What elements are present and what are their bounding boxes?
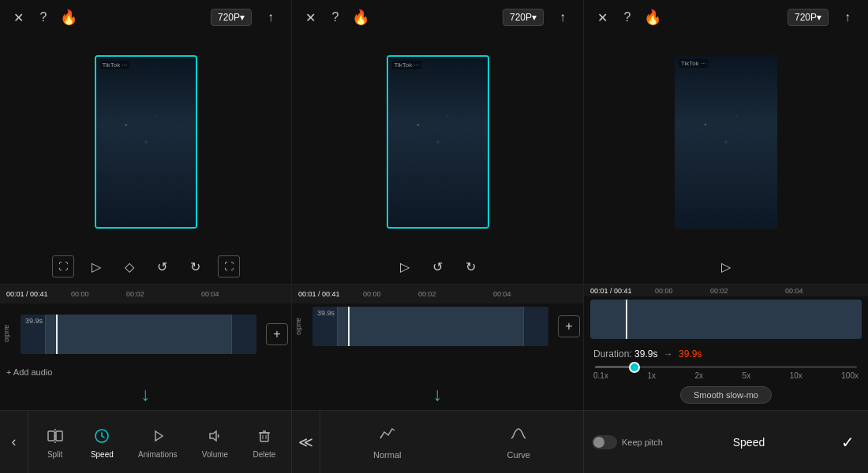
left-track-area: audio 39.9s + — [0, 304, 291, 364]
tool-volume[interactable]: Volume — [196, 422, 234, 462]
close-icon-right[interactable]: ✕ — [593, 9, 611, 26]
keep-pitch-label: Keep pitch — [622, 438, 663, 447]
duration-info: Duration: 39.9s → 39.9s — [593, 348, 859, 359]
diamond-btn-left[interactable]: ◇ — [118, 255, 140, 277]
expand-btn-left[interactable]: ⛶ — [218, 255, 240, 277]
play-btn-middle[interactable]: ▷ — [394, 255, 416, 277]
resolution-btn-middle[interactable]: 720P▾ — [503, 9, 544, 26]
tool-speed[interactable]: Speed — [84, 422, 120, 462]
redo-btn-middle[interactable]: ↻ — [460, 255, 482, 277]
tool-split[interactable]: Split — [38, 422, 73, 462]
add-audio-btn[interactable]: + Add audio — [0, 364, 291, 380]
animations-label: Animations — [138, 450, 177, 459]
upload-btn-right[interactable]: ↑ — [836, 6, 859, 28]
panel-middle: ✕ ? 🔥 720P▾ ↑ TikTok ··· Forever ▷ ↺ ↻ — [292, 0, 584, 284]
audio-label-left: audio — [0, 325, 14, 342]
toolbar-middle: ≪ Normal Curve — [292, 411, 584, 473]
middle-add-clip-btn[interactable]: + — [558, 315, 580, 337]
flame-icon-left: 🔥 — [60, 9, 77, 26]
left-controls-bar: ⛶ ▷ ◇ ↺ ↻ ⛶ — [0, 249, 291, 284]
play-btn-right[interactable]: ▷ — [715, 255, 737, 277]
fullscreen-btn-left[interactable]: ⛶ — [52, 255, 74, 277]
close-icon-middle[interactable]: ✕ — [301, 9, 319, 26]
right-track-wrapper — [584, 300, 868, 339]
timeline-left: 00:01 / 00:41 00:00 00:02 00:04 audio 39… — [0, 285, 292, 410]
left-timeline-cursor — [56, 315, 58, 354]
speed-icon — [91, 425, 113, 447]
speed-slider-track[interactable] — [595, 366, 857, 368]
collapse-btn[interactable]: ≪ — [292, 411, 320, 473]
volume-icon — [204, 425, 226, 447]
middle-video-track[interactable]: 39.9s — [312, 307, 548, 346]
left-track-thumb-end — [231, 315, 256, 354]
left-arrow-indicator: ↓ — [0, 380, 291, 410]
left-video-frame: TikTok ··· Forever — [95, 55, 197, 229]
duration-label: Duration: — [593, 348, 632, 359]
left-video-track[interactable]: 39.9s — [21, 315, 256, 354]
volume-label: Volume — [202, 450, 228, 459]
help-icon-right[interactable]: ? — [619, 9, 636, 26]
speed-slider-container[interactable]: 0.1x 1x 2x 5x 10x 100x — [593, 366, 859, 380]
tool-animations[interactable]: Animations — [132, 422, 183, 462]
middle-speed-tabs: Normal Curve — [320, 421, 583, 463]
duration-arrow-icon: → — [664, 348, 675, 359]
speed-label-1: 1x — [647, 371, 656, 380]
tiktok-watermark-right: TikTok ··· — [679, 59, 709, 68]
tiktok-watermark-left: TikTok ··· — [100, 61, 130, 69]
left-track-wrapper: 39.9s + — [14, 315, 291, 354]
svg-marker-5 — [210, 431, 216, 441]
confirm-btn[interactable]: ✓ — [835, 430, 860, 455]
normal-tab-icon — [378, 424, 397, 447]
close-icon-left[interactable]: ✕ — [9, 9, 27, 26]
redo-btn-left[interactable]: ↻ — [185, 255, 207, 277]
right-ruler-4: 00:04 — [785, 287, 803, 295]
delete-label: Delete — [253, 450, 275, 459]
svg-rect-6 — [260, 433, 268, 441]
left-panel-header: ✕ ? 🔥 720P▾ ↑ — [0, 0, 291, 35]
upload-btn-left[interactable]: ↑ — [260, 6, 282, 28]
smooth-slow-mo-btn[interactable]: Smooth slow-mo — [680, 386, 772, 404]
speed-labels: 0.1x 1x 2x 5x 10x 100x — [593, 371, 859, 380]
keep-pitch-toggle-btn[interactable] — [592, 435, 617, 449]
right-controls-bar: ▷ — [584, 249, 868, 284]
undo-btn-left[interactable]: ↺ — [152, 255, 174, 277]
help-icon-left[interactable]: ? — [35, 9, 52, 26]
resolution-btn-right[interactable]: 720P▾ — [788, 9, 829, 26]
left-track-duration: 39.9s — [25, 317, 43, 325]
left-ruler-0: 00:00 — [71, 290, 89, 298]
undo-btn-middle[interactable]: ↺ — [427, 255, 449, 277]
bottom-toolbar: ‹ Split Speed — [0, 410, 868, 473]
middle-track-thumb-end — [523, 307, 548, 346]
speed-label-2: 2x — [695, 371, 704, 380]
right-time-current: 00:01 / 00:41 — [590, 287, 632, 295]
left-add-clip-btn[interactable]: + — [266, 323, 288, 345]
middle-ruler: 00:01 / 00:41 00:00 00:02 00:04 — [292, 285, 583, 304]
delete-icon — [253, 425, 275, 447]
animations-icon — [147, 425, 169, 447]
tab-normal[interactable]: Normal — [357, 421, 417, 463]
left-ruler: 00:01 / 00:41 00:00 00:02 00:04 — [0, 285, 291, 304]
play-btn-left[interactable]: ▷ — [85, 255, 107, 277]
right-video-frame: TikTok ··· Forever — [675, 55, 777, 229]
back-btn-left[interactable]: ‹ — [0, 411, 28, 473]
upload-btn-middle[interactable]: ↑ — [552, 6, 574, 28]
svg-marker-4 — [155, 431, 163, 441]
speed-label-5: 100x — [841, 371, 859, 380]
right-panel-header: ✕ ? 🔥 720P▾ ↑ — [584, 0, 868, 35]
right-video-track[interactable] — [590, 300, 862, 339]
panel-right: ✕ ? 🔥 720P▾ ↑ TikTok ··· Forever ▷ — [584, 0, 868, 284]
left-tool-items: Split Speed Animations — [28, 422, 291, 462]
right-ruler-2: 00:02 — [710, 287, 728, 295]
svg-rect-0 — [48, 431, 54, 441]
speed-slider-thumb[interactable] — [629, 362, 640, 373]
resolution-btn-left[interactable]: 720P▾ — [211, 9, 252, 26]
duration-to: 39.9s — [679, 348, 702, 359]
timeline-section: 00:01 / 00:41 00:00 00:02 00:04 audio 39… — [0, 284, 868, 410]
flame-icon-right: 🔥 — [644, 9, 661, 26]
speed-label-tool: Speed — [91, 450, 114, 459]
help-icon-middle[interactable]: ? — [327, 9, 344, 26]
tool-delete[interactable]: Delete — [246, 422, 282, 462]
middle-panel-header: ✕ ? 🔥 720P▾ ↑ — [292, 0, 583, 35]
timeline-middle: 00:01 / 00:41 00:00 00:02 00:04 audio 39… — [292, 285, 584, 410]
tab-curve[interactable]: Curve — [492, 421, 546, 463]
